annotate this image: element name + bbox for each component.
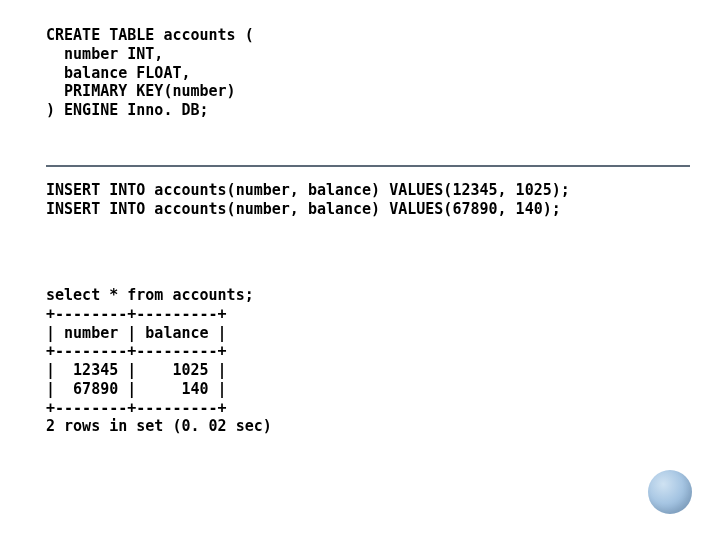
divider-line: [46, 165, 690, 167]
slide: CREATE TABLE accounts ( number INT, bala…: [0, 0, 720, 540]
select-output-block: select * from accounts; +--------+------…: [46, 286, 272, 436]
decorative-sphere-icon: [648, 470, 692, 514]
insert-statements-block: INSERT INTO accounts(number, balance) VA…: [46, 181, 570, 219]
code-content: CREATE TABLE accounts ( number INT, bala…: [46, 26, 700, 157]
create-table-block: CREATE TABLE accounts ( number INT, bala…: [46, 26, 254, 120]
